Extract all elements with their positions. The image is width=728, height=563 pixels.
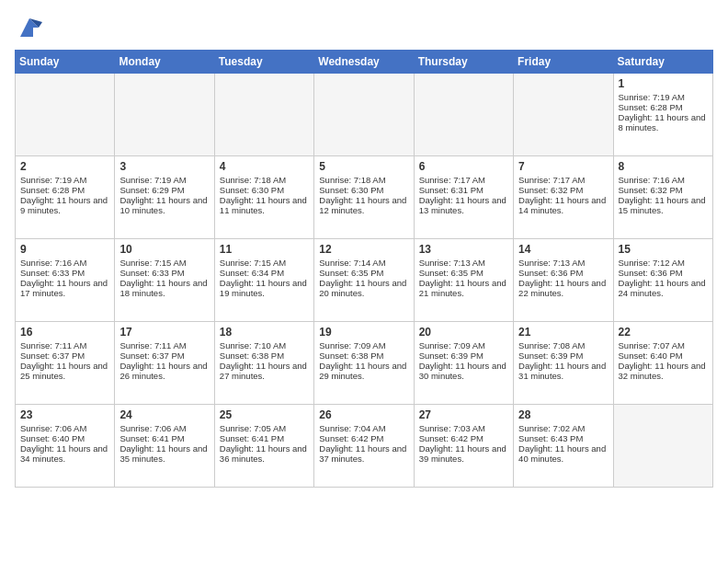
day-number: 21 xyxy=(518,326,608,339)
day-cell: 15Sunrise: 7:12 AMSunset: 6:36 PMDayligh… xyxy=(613,239,712,322)
day-info: Daylight: 11 hours and 24 minutes. xyxy=(619,278,708,298)
day-info: Sunrise: 7:09 AM xyxy=(319,340,408,350)
day-info: Daylight: 11 hours and 14 minutes. xyxy=(518,195,608,215)
day-info: Sunrise: 7:11 AM xyxy=(20,340,109,350)
day-info: Daylight: 11 hours and 40 minutes. xyxy=(518,443,608,464)
day-info: Sunset: 6:39 PM xyxy=(518,350,608,361)
day-info: Sunrise: 7:09 AM xyxy=(419,340,508,350)
day-cell: 16Sunrise: 7:11 AMSunset: 6:37 PMDayligh… xyxy=(16,322,115,405)
day-cell: 2Sunrise: 7:19 AMSunset: 6:28 PMDaylight… xyxy=(16,156,115,239)
day-info: Daylight: 11 hours and 22 minutes. xyxy=(518,278,608,298)
day-number: 12 xyxy=(319,243,408,256)
day-info: Sunset: 6:36 PM xyxy=(619,268,708,278)
day-number: 10 xyxy=(119,243,209,256)
day-header-monday: Monday xyxy=(115,51,214,74)
day-cell: 14Sunrise: 7:13 AMSunset: 6:36 PMDayligh… xyxy=(514,239,613,322)
day-cell: 23Sunrise: 7:06 AMSunset: 6:40 PMDayligh… xyxy=(16,405,115,488)
day-cell xyxy=(16,74,115,156)
day-info: Sunset: 6:41 PM xyxy=(220,433,309,443)
day-info: Daylight: 11 hours and 15 minutes. xyxy=(619,195,708,215)
day-cell: 9Sunrise: 7:16 AMSunset: 6:33 PMDaylight… xyxy=(16,239,115,322)
day-cell xyxy=(613,405,712,488)
day-info: Sunrise: 7:14 AM xyxy=(319,258,408,268)
day-cell: 24Sunrise: 7:06 AMSunset: 6:41 PMDayligh… xyxy=(115,405,214,488)
day-number: 22 xyxy=(619,326,708,339)
day-info: Daylight: 11 hours and 8 minutes. xyxy=(619,112,708,132)
day-info: Daylight: 11 hours and 20 minutes. xyxy=(319,278,408,298)
day-number: 4 xyxy=(220,160,309,173)
day-info: Sunrise: 7:06 AM xyxy=(20,423,109,433)
day-info: Sunset: 6:42 PM xyxy=(319,433,408,443)
day-info: Sunset: 6:30 PM xyxy=(319,185,408,195)
day-info: Daylight: 11 hours and 31 minutes. xyxy=(518,361,608,381)
day-info: Daylight: 11 hours and 30 minutes. xyxy=(419,361,508,381)
day-cell: 1Sunrise: 7:19 AMSunset: 6:28 PMDaylight… xyxy=(613,74,712,156)
day-cell xyxy=(115,74,214,156)
day-header-thursday: Thursday xyxy=(414,51,513,74)
day-number: 5 xyxy=(319,160,408,173)
day-number: 23 xyxy=(20,408,109,421)
week-row-5: 23Sunrise: 7:06 AMSunset: 6:40 PMDayligh… xyxy=(16,405,713,488)
day-info: Daylight: 11 hours and 25 minutes. xyxy=(20,361,109,381)
day-cell: 22Sunrise: 7:07 AMSunset: 6:40 PMDayligh… xyxy=(613,322,712,405)
day-info: Daylight: 11 hours and 26 minutes. xyxy=(119,361,209,381)
day-info: Sunrise: 7:19 AM xyxy=(20,175,109,185)
day-info: Daylight: 11 hours and 12 minutes. xyxy=(319,195,408,215)
day-info: Sunrise: 7:05 AM xyxy=(220,423,309,433)
day-info: Sunset: 6:34 PM xyxy=(220,268,309,278)
day-info: Sunset: 6:28 PM xyxy=(619,102,708,112)
day-header-sunday: Sunday xyxy=(16,51,115,74)
day-number: 24 xyxy=(119,408,209,421)
day-info: Daylight: 11 hours and 18 minutes. xyxy=(119,278,209,298)
day-info: Daylight: 11 hours and 36 minutes. xyxy=(220,443,309,464)
day-number: 15 xyxy=(619,243,708,256)
day-info: Sunrise: 7:11 AM xyxy=(119,340,209,350)
day-info: Sunrise: 7:08 AM xyxy=(518,340,608,350)
day-info: Sunset: 6:35 PM xyxy=(419,268,508,278)
day-cell: 21Sunrise: 7:08 AMSunset: 6:39 PMDayligh… xyxy=(514,322,613,405)
day-info: Sunset: 6:32 PM xyxy=(518,185,608,195)
day-number: 2 xyxy=(20,160,109,173)
day-number: 19 xyxy=(319,326,408,339)
day-number: 6 xyxy=(419,160,508,173)
day-info: Sunset: 6:28 PM xyxy=(20,185,109,195)
day-number: 18 xyxy=(220,326,309,339)
day-info: Sunrise: 7:10 AM xyxy=(220,340,309,350)
day-cell xyxy=(214,74,313,156)
day-cell xyxy=(414,74,513,156)
day-cell: 27Sunrise: 7:03 AMSunset: 6:42 PMDayligh… xyxy=(414,405,513,488)
day-number: 1 xyxy=(619,77,708,90)
day-info: Sunrise: 7:15 AM xyxy=(119,258,209,268)
day-cell xyxy=(514,74,613,156)
day-info: Sunrise: 7:19 AM xyxy=(619,92,708,102)
logo-icon xyxy=(17,15,42,40)
day-info: Sunset: 6:40 PM xyxy=(619,350,708,361)
day-cell: 26Sunrise: 7:04 AMSunset: 6:42 PMDayligh… xyxy=(314,405,414,488)
day-number: 28 xyxy=(518,408,608,421)
day-info: Sunset: 6:31 PM xyxy=(419,185,508,195)
day-cell: 28Sunrise: 7:02 AMSunset: 6:43 PMDayligh… xyxy=(514,405,613,488)
day-info: Daylight: 11 hours and 35 minutes. xyxy=(119,443,209,464)
day-number: 17 xyxy=(119,326,209,339)
day-number: 7 xyxy=(518,160,608,173)
day-cell: 4Sunrise: 7:18 AMSunset: 6:30 PMDaylight… xyxy=(214,156,313,239)
day-info: Sunrise: 7:19 AM xyxy=(119,175,209,185)
day-info: Sunrise: 7:17 AM xyxy=(419,175,508,185)
day-info: Sunset: 6:33 PM xyxy=(20,268,109,278)
day-info: Sunset: 6:33 PM xyxy=(119,268,209,278)
day-info: Sunset: 6:38 PM xyxy=(319,350,408,361)
day-info: Sunrise: 7:18 AM xyxy=(220,175,309,185)
day-info: Sunrise: 7:15 AM xyxy=(220,258,309,268)
day-info: Sunrise: 7:12 AM xyxy=(619,258,708,268)
day-info: Sunset: 6:41 PM xyxy=(119,433,209,443)
day-info: Daylight: 11 hours and 27 minutes. xyxy=(220,361,309,381)
day-info: Sunset: 6:42 PM xyxy=(419,433,508,443)
day-cell: 17Sunrise: 7:11 AMSunset: 6:37 PMDayligh… xyxy=(115,322,214,405)
week-row-3: 9Sunrise: 7:16 AMSunset: 6:33 PMDaylight… xyxy=(16,239,713,322)
day-info: Daylight: 11 hours and 17 minutes. xyxy=(20,278,109,298)
day-info: Sunrise: 7:16 AM xyxy=(619,175,708,185)
day-info: Sunrise: 7:18 AM xyxy=(319,175,408,185)
day-cell: 11Sunrise: 7:15 AMSunset: 6:34 PMDayligh… xyxy=(214,239,313,322)
day-number: 8 xyxy=(619,160,708,173)
day-info: Sunset: 6:35 PM xyxy=(319,268,408,278)
